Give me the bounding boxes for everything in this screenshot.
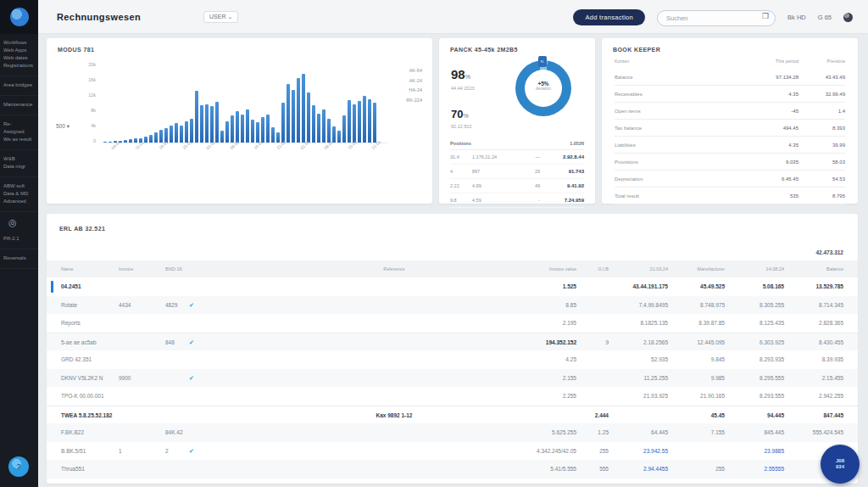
chart-filter-dropdown[interactable]: 500 ▾ (56, 123, 70, 130)
value-cell: 2.18.2565 (643, 333, 668, 352)
sidebar-item[interactable]: Web dates (3, 54, 36, 62)
sidebar-item[interactable]: Registrations (3, 62, 36, 70)
sidebar-item[interactable]: Data migr (3, 163, 36, 171)
bar (332, 126, 336, 143)
sidebar-item[interactable]: Workflows (3, 39, 36, 47)
summary-row-label: Depreciation (615, 176, 697, 182)
check-icon[interactable]: ✔ (189, 333, 194, 352)
column-header[interactable]: Invoice (119, 260, 133, 277)
bar (195, 91, 198, 143)
column-header[interactable]: BND-19 (165, 260, 182, 277)
search-box: ❐ (657, 8, 776, 26)
sidebar-item[interactable]: W&B (3, 155, 36, 163)
value-cell: 2.942.255 (819, 387, 843, 406)
sidebar-item[interactable]: Web Apps (3, 47, 36, 54)
sidebar-item[interactable]: PR-2.1 (3, 235, 36, 243)
check-icon[interactable]: ✔ (189, 296, 194, 315)
sidebar-item[interactable]: Advanced (3, 198, 36, 205)
bar (108, 142, 112, 143)
value-cell: 11.25.255 (644, 369, 668, 388)
user-badge[interactable]: USER ⌄ (203, 11, 238, 23)
sidebar-item[interactable]: Re- (3, 120, 36, 128)
value-cell: 2.155 (563, 369, 576, 388)
mini-table-header: Positions 1.0526 (450, 141, 584, 150)
value-link[interactable]: 23.9885 (765, 442, 785, 461)
table-row[interactable]: TWEA 5.8.25.52.182Kax 9892 1-122.44445.4… (47, 406, 858, 424)
y-tick-label: 20k (88, 62, 96, 67)
column-header[interactable]: 21.03.24 (650, 260, 668, 277)
summary-value-b: 8.393 (798, 126, 845, 131)
column-header[interactable]: Invoice value (549, 260, 576, 277)
sidebar-item[interactable]: ABW soft (3, 182, 36, 190)
column-header[interactable]: Reference (301, 260, 487, 277)
table-row[interactable]: Reports2.1958.1825.1358.39.87.858.125.43… (47, 314, 858, 333)
check-icon[interactable]: ✔ (189, 442, 194, 461)
stat-primary: 98% (451, 67, 470, 81)
table-row[interactable]: 5-ae ae ac5ab848✔194.352.15292.18.256512… (47, 333, 858, 351)
donut-panel-title: PANCK 45-45k 2M2B5 (450, 47, 518, 53)
value-cell: 8.714.345 (819, 296, 843, 315)
value-cell: 7.4.99.8495 (639, 296, 668, 315)
header-link-2[interactable]: G 65 (818, 14, 832, 21)
sidebar-item[interactable]: Data & MD (3, 190, 36, 198)
value-cell: 2.15.455 (822, 369, 843, 388)
table-row[interactable]: DKNV V5L2K2 N9900✔2.15511.25.2559.9858.2… (47, 369, 858, 388)
sidebar-group: ABW softData & MDAdvanced (0, 177, 38, 212)
bar (368, 99, 371, 143)
value-link[interactable]: 2.94.4455 (643, 460, 668, 479)
eye-icon[interactable]: ◎ (0, 212, 38, 230)
header-link-1[interactable]: Bk HD (787, 14, 806, 21)
app-logo[interactable] (0, 0, 38, 34)
value-cell: 4.342.245/42.05 (537, 442, 576, 461)
table-row[interactable]: B.BK.5/5112✔4.342.245/42.0525523.942.552… (47, 442, 858, 461)
bar-chart-title: MODUS 781 (58, 47, 94, 53)
table-row[interactable]: Rotate44344829✔8.857.4.99.84958.748.9758… (47, 296, 858, 315)
value-cell: 8.295.555 (760, 369, 784, 388)
table-row[interactable]: TPO-K 00.00.0012.25521.93.92521.90.1658.… (47, 387, 858, 406)
sidebar-item[interactable]: Reversals (3, 255, 36, 262)
check-icon[interactable]: ✔ (189, 369, 194, 388)
add-transaction-button[interactable]: Add transaction (573, 9, 645, 25)
jobs-fab-button[interactable]: J08 934 (821, 445, 860, 484)
avatar[interactable] (843, 13, 853, 22)
column-header[interactable]: Balance (826, 260, 843, 277)
table-row[interactable]: F.BK.B2284K.425.625.2551.2564.4457.15584… (47, 423, 858, 442)
bar (302, 74, 305, 143)
column-header[interactable]: 14.08.24 (766, 260, 784, 277)
mini-cell: 9.8 (450, 198, 472, 203)
table-row[interactable]: Thrua5515.41/5.5555552.94.44552552.55555… (47, 460, 858, 479)
sidebar-item[interactable]: Area bridges (3, 81, 36, 89)
filter-icon[interactable]: ❐ (762, 12, 769, 20)
sidebar-group: PR-2.1 (0, 230, 38, 249)
value-cell: 7.155 (711, 423, 725, 442)
value-cell: 8.39.935 (822, 350, 843, 369)
value-cell: 13.529.785 (815, 277, 843, 296)
bar (297, 78, 300, 143)
bar (348, 100, 351, 143)
cell: 4829 (165, 296, 177, 315)
mini-table-row: 48972991.743 (450, 165, 584, 179)
y-tick-label: 4k (91, 123, 96, 128)
search-input[interactable] (657, 10, 776, 26)
column-header[interactable]: Manufacturer (698, 260, 725, 277)
row-label: 5-ae ae ac5ab (61, 333, 97, 352)
value-link[interactable]: 23.942.55 (643, 442, 668, 461)
summary-value-a: 4.35 (697, 143, 798, 148)
bar (342, 115, 346, 143)
value-link[interactable]: 2.55555 (765, 460, 785, 479)
table-row[interactable]: 04.24511.52543.44.191.17545.49.5255.08.1… (47, 277, 858, 296)
sidebar-item[interactable]: Maintenance (3, 101, 36, 109)
bar (266, 115, 270, 143)
column-header[interactable]: G.I.B (598, 260, 609, 277)
donut-chart: +5% deviation (515, 60, 571, 116)
bar (322, 109, 326, 143)
table-row[interactable]: GRD 42.3514.2552.9359.8458.293.9358.39.9… (47, 350, 858, 369)
help-fab-button[interactable]: ? (8, 456, 29, 477)
sidebar-item[interactable]: We as result (3, 136, 36, 143)
value-cell: 8.293.555 (760, 387, 784, 406)
mini-cell-value: 9.41.92 (540, 183, 584, 188)
value-cell: 8.305.255 (760, 296, 784, 315)
sidebar-item[interactable]: Assigned (3, 128, 36, 136)
column-header[interactable]: Name (61, 260, 74, 277)
fab-line2: 934 (821, 464, 860, 470)
